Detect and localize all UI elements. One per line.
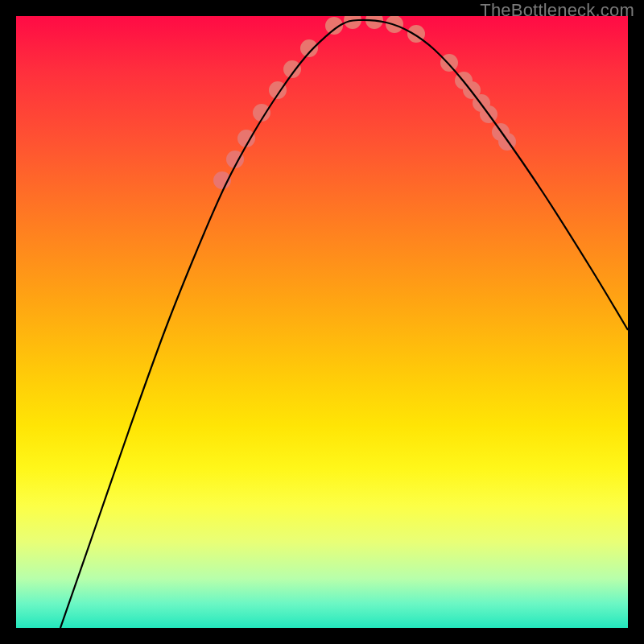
markers-group xyxy=(213,16,516,189)
marker-dot xyxy=(440,54,458,72)
marker-dot xyxy=(365,16,383,29)
curve-layer xyxy=(16,16,628,628)
watermark-text: TheBottleneck.com xyxy=(480,0,634,21)
heatmap-gradient-background xyxy=(16,16,628,628)
chart-frame: TheBottleneck.com xyxy=(0,0,644,644)
marker-dot xyxy=(283,60,301,78)
bottleneck-curve xyxy=(60,20,628,628)
marker-dot xyxy=(300,39,318,57)
